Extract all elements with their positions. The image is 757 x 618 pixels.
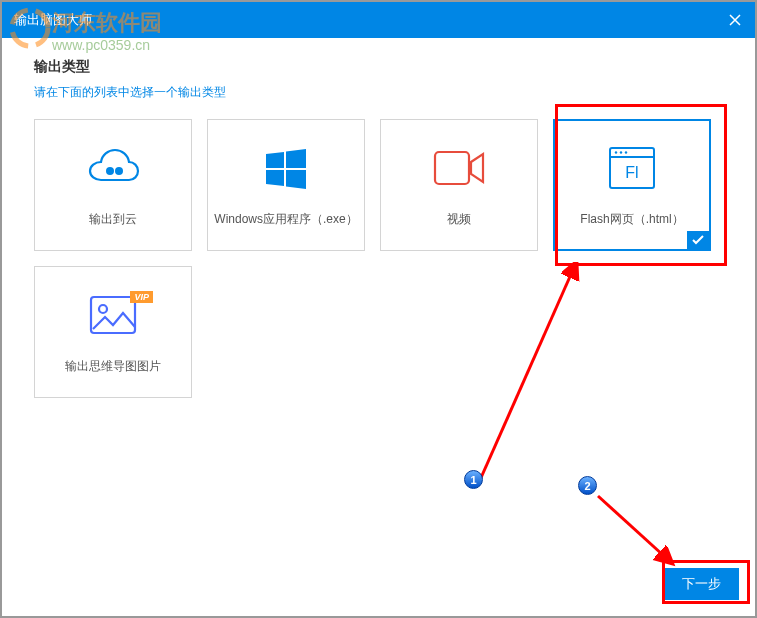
svg-point-3 <box>106 167 114 175</box>
svg-point-4 <box>115 167 123 175</box>
card-label: 视频 <box>447 211 471 228</box>
output-video-card[interactable]: 视频 <box>380 119 538 251</box>
card-label: Flash网页（.html） <box>580 211 683 228</box>
card-label: 输出到云 <box>89 211 137 228</box>
svg-rect-5 <box>435 152 469 184</box>
cloud-icon <box>85 143 141 193</box>
svg-text:Fl: Fl <box>625 164 638 181</box>
windows-icon <box>264 143 308 193</box>
svg-point-9 <box>620 151 622 153</box>
annotation-badge-1: 1 <box>464 470 483 489</box>
svg-rect-12 <box>91 297 135 333</box>
card-label: Windows应用程序（.exe） <box>214 211 357 228</box>
output-flash-card[interactable]: Fl Flash网页（.html） <box>553 119 711 251</box>
selected-check <box>687 231 709 249</box>
output-mindmap-card[interactable]: VIP 输出思维导图图片 <box>34 266 192 398</box>
output-type-grid: 输出到云 Windows应用程序（.exe） 视频 Fl Flash网页（.ht… <box>34 119 723 398</box>
close-icon <box>729 14 741 26</box>
annotation-badge-2: 2 <box>578 476 597 495</box>
svg-point-13 <box>99 305 107 313</box>
vip-badge: VIP <box>130 291 153 303</box>
section-title: 输出类型 <box>34 58 723 76</box>
annotation-arrow-2 <box>592 490 682 570</box>
svg-line-15 <box>598 496 664 556</box>
next-button[interactable]: 下一步 <box>663 568 739 600</box>
svg-point-8 <box>615 151 617 153</box>
instruction-text: 请在下面的列表中选择一个输出类型 <box>34 84 723 101</box>
flash-web-icon: Fl <box>608 143 656 193</box>
window-title: 输出脑图大师 <box>14 11 92 29</box>
output-exe-card[interactable]: Windows应用程序（.exe） <box>207 119 365 251</box>
svg-point-10 <box>625 151 627 153</box>
check-icon <box>692 235 704 245</box>
titlebar: 输出脑图大师 <box>2 2 755 38</box>
card-label: 输出思维导图图片 <box>65 358 161 375</box>
close-button[interactable] <box>727 12 743 28</box>
video-icon <box>433 143 485 193</box>
output-cloud-card[interactable]: 输出到云 <box>34 119 192 251</box>
